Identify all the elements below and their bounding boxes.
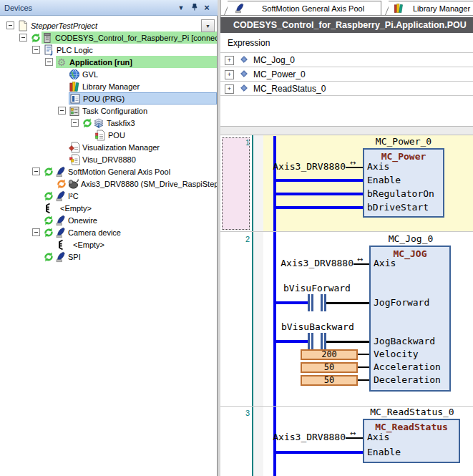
tree-item-visualization-manager[interactable]: Visualization Manager	[1, 141, 217, 153]
visualization-icon	[69, 154, 80, 165]
contact-variable[interactable]: bVisuForward	[281, 283, 353, 293]
contact-bvisuforward[interactable]	[308, 294, 326, 311]
tree-item-taskfix3[interactable]: Taskfix3	[1, 117, 217, 129]
fb-instance-label[interactable]: MC_Jog_0	[375, 234, 447, 244]
bus-icon	[54, 251, 66, 263]
fb-instance-label[interactable]: MC_ReadStatus_0	[369, 407, 455, 417]
collapse-toggle[interactable]	[6, 21, 14, 29]
fb-pin-velocity[interactable]: Velocity	[374, 349, 419, 359]
fb-pin-acceleration[interactable]: Acceleration	[374, 362, 441, 372]
tab-label: SoftMotion General Axis Pool	[262, 4, 364, 13]
fb-instance-icon	[239, 54, 249, 64]
chevron-down-icon: ▼	[205, 24, 210, 29]
tree-item-label: Visu_DRV8880	[80, 155, 136, 164]
gear-icon: ⚙	[56, 57, 67, 68]
tree-item-project[interactable]: StepperTestProject	[1, 19, 217, 31]
tab-softmotion-axis-pool[interactable]: SoftMotion General Axis Pool	[228, 1, 381, 15]
axis-pool-icon	[54, 166, 66, 178]
devices-panel-header: Devices ▼ ×	[0, 0, 218, 16]
wire	[275, 340, 308, 343]
fb-mc-jog[interactable]: MC_JOG Axis JogForward JogBackward Veloc…	[369, 246, 451, 392]
tree-item-library-manager[interactable]: Library Manager	[1, 80, 217, 92]
inout-marker-icon: ↔	[350, 429, 356, 437]
velocity-value-box[interactable]: 200	[301, 349, 358, 360]
collapse-toggle[interactable]	[32, 167, 40, 175]
close-button[interactable]: ×	[200, 2, 213, 14]
axis-variable[interactable]: Axis3_DRV8880	[280, 258, 353, 268]
tree-item-application[interactable]: ⚙ Application [run]	[1, 56, 217, 68]
expand-plus-icon[interactable]: +	[225, 84, 234, 94]
tree-item-task-pou[interactable]: POU	[1, 129, 217, 141]
editor-splitter[interactable]	[220, 126, 473, 135]
tree-item-spi[interactable]: SPI	[1, 251, 217, 263]
fb-pin-axis[interactable]: Axis	[367, 432, 389, 442]
tree-item-softmotion-axis-pool[interactable]: SoftMotion General Axis Pool	[1, 165, 217, 178]
expression-name: MC_Power_0	[253, 69, 306, 79]
collapse-toggle[interactable]	[71, 119, 79, 127]
tree-item-device[interactable]: CODESYS_Control_for_Raspberry_Pi [connec…	[1, 31, 217, 44]
axis-variable[interactable]: Axis3_DRV8880	[272, 162, 346, 172]
tree-item-label: Onewire	[66, 216, 97, 225]
tree-item-label: Library Manager	[80, 82, 140, 91]
fb-pin-bregulatoron[interactable]: bRegulatorOn	[367, 189, 434, 199]
panel-menu-button[interactable]: ▼	[175, 2, 187, 14]
contact-bvisubackward[interactable]	[308, 333, 326, 350]
online-refresh-icon	[43, 190, 54, 202]
devices-panel: Devices ▼ × StepperTestProject CODESYS_C…	[0, 0, 218, 476]
fb-pin-axis[interactable]: Axis	[374, 258, 396, 268]
fb-pin-bdrivestart[interactable]: bDriveStart	[367, 203, 429, 213]
fb-pin-deceleration[interactable]: Deceleration	[374, 375, 441, 385]
tree-item-task-configuration[interactable]: Task Configuration	[1, 105, 217, 117]
wire-bdrivestart	[275, 206, 363, 209]
tree-item-gvl[interactable]: GVL	[1, 68, 217, 80]
expression-column-header: Expression	[228, 38, 270, 48]
tree-item-visu-drv8880[interactable]: Visu_DRV8880	[1, 153, 217, 165]
collapse-toggle[interactable]	[58, 107, 66, 115]
expression-name: MC_ReadStatus_0	[253, 84, 326, 94]
fb-mc-power[interactable]: MC_Power Axis Enable bRegulatorOn bDrive…	[363, 148, 444, 218]
collapse-toggle[interactable]	[45, 58, 53, 66]
online-refresh-icon	[82, 117, 93, 129]
collapse-toggle[interactable]	[32, 46, 40, 54]
expand-plus-icon[interactable]: +	[225, 70, 234, 79]
tree-item-pou-prg[interactable]: POU (PRG)	[1, 92, 217, 105]
tree-item-axis3-drv8880[interactable]: Axis3_DRV8880 (SM_Drive_RaspiStep	[1, 178, 217, 190]
tree-item-plc-logic[interactable]: PLC Logic	[1, 44, 217, 56]
project-row-dropdown-button[interactable]: ▼	[201, 19, 215, 32]
tree-item-empty-slot[interactable]: <Empty>	[1, 202, 217, 214]
online-refresh-icon	[43, 227, 54, 238]
contact-variable[interactable]: bVisuBackward	[281, 322, 353, 332]
wire	[346, 167, 363, 168]
axis-variable[interactable]: Axis3_DRV8880	[272, 432, 346, 442]
acceleration-value-box[interactable]: 50	[301, 362, 358, 373]
inout-marker-icon: ↔	[350, 159, 356, 167]
fb-pin-enable[interactable]: Enable	[367, 175, 401, 185]
plc-logic-icon	[43, 44, 54, 56]
bus-icon	[54, 227, 66, 238]
fb-pin-axis[interactable]: Axis	[367, 162, 389, 172]
tree-item-i2c[interactable]: I²C	[1, 190, 217, 202]
collapse-toggle[interactable]	[19, 34, 27, 42]
fb-pin-jogforward[interactable]: JogForward	[374, 298, 429, 308]
wire	[346, 437, 363, 439]
deceleration-value-box[interactable]: 50	[301, 375, 358, 386]
network-1-margin[interactable]	[222, 137, 250, 230]
wire	[358, 354, 369, 355]
wire	[275, 301, 308, 304]
fb-instance-icon	[239, 83, 249, 93]
fb-pin-jogbackward[interactable]: JogBackward	[374, 336, 435, 346]
collapse-toggle[interactable]	[32, 228, 40, 236]
expand-plus-icon[interactable]: +	[225, 56, 234, 65]
pin-button[interactable]	[187, 2, 200, 14]
online-refresh-icon	[43, 166, 54, 178]
fb-mc-readstatus[interactable]: MC_ReadStatus Axis Enable	[363, 419, 460, 463]
tab-library-manager[interactable]: Library Manager	[389, 1, 473, 15]
wire	[353, 263, 369, 265]
online-refresh-icon	[43, 215, 54, 226]
tree-item-camera-device[interactable]: Camera device	[1, 226, 217, 238]
network-number: 3	[220, 409, 250, 417]
fb-pin-enable[interactable]: Enable	[367, 447, 401, 457]
tree-item-camera-empty-slot[interactable]: <Empty>	[1, 238, 217, 251]
tree-item-onewire[interactable]: Onewire	[1, 214, 217, 226]
fb-instance-label[interactable]: MC_Power_0	[368, 137, 439, 147]
